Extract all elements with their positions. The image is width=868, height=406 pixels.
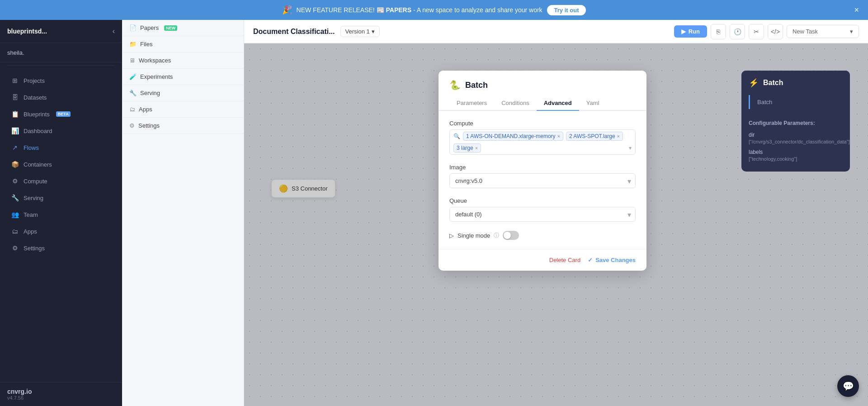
queue-select[interactable]: default (0) [449, 207, 636, 222]
files-sidebar: 📄 Papers NEW 📁 Files 🖥 Workspaces 🧪 Expe… [122, 20, 244, 406]
version-chevron-icon: ▾ [372, 28, 375, 35]
sidebar-collapse-button[interactable]: ‹ [113, 27, 115, 35]
queue-label: Queue [449, 197, 636, 204]
sidebar-item-containers[interactable]: 📦 Containers [4, 156, 118, 172]
files-serving-icon: 🔧 [129, 90, 137, 96]
queue-select-wrapper: default (0) ▾ [449, 207, 636, 222]
run-button[interactable]: ▶ Run [674, 25, 707, 38]
sidebar-footer: cnvrg.io v4.7.56 [0, 382, 122, 406]
queue-group: Queue default (0) ▾ [449, 197, 636, 222]
version-select[interactable]: Version 1 ▾ [340, 26, 380, 37]
configurable-params: Configurable Parameters: dir ["/cnvrg/s3… [741, 115, 850, 172]
save-changes-button[interactable]: ✓ Save Changes [588, 257, 636, 263]
settings-icon: ⚙ [11, 244, 19, 252]
team-label: Team [24, 211, 38, 218]
compute-tag-2-close[interactable]: × [617, 134, 620, 139]
papers-link[interactable]: PAPERS [386, 6, 412, 14]
compute-tag-3[interactable]: 3 large × [453, 143, 481, 153]
tab-advanced[interactable]: Advanced [537, 96, 579, 111]
history-button[interactable]: 🕐 [730, 24, 745, 39]
copy-button[interactable]: ⎘ [711, 24, 726, 39]
compute-tag-1-label: 1 AWS-ON-DEMAND.xlarge-memory [466, 133, 556, 139]
sidebar-item-team[interactable]: 👥 Team [4, 206, 118, 223]
image-select[interactable]: cnvrg:v5.0 [449, 173, 636, 188]
new-task-placeholder: New Task [793, 28, 818, 35]
tab-yaml[interactable]: Yaml [579, 96, 607, 111]
files-item-files[interactable]: 📁 Files [122, 36, 244, 53]
flows-icon: ↗ [11, 144, 19, 151]
sidebar-item-settings[interactable]: ⚙ Settings [4, 240, 118, 256]
sidebar-item-blueprints[interactable]: 📋 Blueprints BETA [4, 106, 118, 122]
files-item-papers[interactable]: 📄 Papers NEW [122, 20, 244, 36]
blueprints-label: Blueprints [24, 111, 50, 118]
experiments-icon: 🧪 [129, 73, 137, 80]
flows-label: Flows [24, 144, 39, 151]
compute-tag-1[interactable]: 1 AWS-ON-DEMAND.xlarge-memory × [463, 132, 563, 141]
chat-bubble-icon: 💬 [843, 381, 854, 392]
delete-card-button[interactable]: Delete Card [549, 257, 580, 263]
copy-icon: ⎘ [717, 28, 720, 35]
modal-tabs: Parameters Conditions Advanced Yaml [439, 91, 646, 111]
param-labels-key: labels [749, 149, 843, 155]
compute-tag-1-close[interactable]: × [557, 134, 560, 139]
modal-footer: Delete Card ✓ Save Changes [439, 249, 646, 271]
tab-conditions[interactable]: Conditions [494, 96, 536, 111]
apps-label: Apps [24, 228, 37, 235]
compute-tag-2[interactable]: 2 AWS-SPOT.large × [566, 132, 623, 141]
files-item-workspaces[interactable]: 🖥 Workspaces [122, 53, 244, 69]
files-item-serving[interactable]: 🔧 Serving [122, 85, 244, 101]
dashboard-label: Dashboard [24, 128, 52, 134]
tab-parameters[interactable]: Parameters [449, 96, 494, 111]
papers-item-label: Papers [140, 24, 159, 31]
edit-button[interactable]: ✂ [749, 24, 764, 39]
batch-panel-title: Batch [763, 79, 783, 87]
compute-dropdown-arrow-icon: ▾ [629, 145, 632, 151]
sidebar-header: blueprintsd... ‹ [0, 20, 122, 43]
new-badge: NEW [164, 25, 177, 31]
datasets-icon: 🗄 [11, 94, 19, 101]
files-serving-label: Serving [140, 90, 160, 96]
single-mode-play-icon: ▷ [449, 232, 454, 239]
param-dir-value: ["/cnvrg/s3_connector/dc_classification_… [749, 139, 843, 144]
sidebar-item-compute[interactable]: ⚙ Compute [4, 173, 118, 189]
compute-tag-2-label: 2 AWS-SPOT.large [569, 133, 615, 139]
modal-title: Batch [465, 81, 488, 90]
banner-main-text: NEW FEATURE RELEASE! [297, 6, 375, 14]
top-banner: 🎉 NEW FEATURE RELEASE! 📰 PAPERS - A new … [0, 0, 868, 20]
sidebar-item-serving[interactable]: 🔧 Serving [4, 190, 118, 206]
workspaces-label: Workspaces [139, 57, 171, 64]
compute-group: Compute 🔍 1 AWS-ON-DEMAND.xlarge-memory … [449, 120, 636, 155]
files-item-settings[interactable]: ⚙ Settings [122, 118, 244, 134]
files-settings-icon: ⚙ [129, 122, 135, 129]
blueprints-icon: 📋 [11, 110, 19, 118]
version-label-text: Version 1 [345, 28, 370, 35]
single-mode-toggle[interactable] [503, 231, 519, 240]
workspaces-icon: 🖥 [129, 57, 135, 64]
header-actions: ▶ Run ⎘ 🕐 ✂ </> [674, 24, 859, 39]
chat-bubble-button[interactable]: 💬 [837, 375, 859, 397]
experiments-label: Experiments [140, 73, 173, 80]
settings-label: Settings [24, 245, 45, 252]
try-it-button[interactable]: Try it out [547, 5, 586, 15]
compute-input[interactable]: 🔍 1 AWS-ON-DEMAND.xlarge-memory × 2 AWS-… [449, 129, 636, 155]
files-item-apps[interactable]: 🗂 Apps [122, 101, 244, 118]
sidebar-user: sheila. [0, 43, 122, 62]
files-item-experiments[interactable]: 🧪 Experiments [122, 69, 244, 85]
banner-close-button[interactable]: × [854, 5, 859, 15]
sidebar-item-apps[interactable]: 🗂 Apps [4, 223, 118, 239]
dashboard-icon: 📊 [11, 127, 19, 134]
sidebar-item-projects[interactable]: ⊞ Projects [4, 72, 118, 89]
help-icon[interactable]: ⓘ [494, 232, 499, 239]
history-icon: 🕐 [734, 28, 741, 35]
compute-tag-3-close[interactable]: × [475, 145, 478, 151]
sidebar-item-flows[interactable]: ↗ Flows [4, 139, 118, 156]
sidebar-item-datasets[interactable]: 🗄 Datasets [4, 89, 118, 105]
code-icon: </> [771, 28, 780, 35]
papers-item-icon: 📄 [129, 24, 137, 31]
sidebar-item-dashboard[interactable]: 📊 Dashboard [4, 123, 118, 139]
single-mode-label: Single mode [458, 232, 490, 239]
username-label: sheila. [7, 49, 24, 56]
banner-text: NEW FEATURE RELEASE! 📰 PAPERS - A new sp… [297, 6, 542, 14]
new-task-select[interactable]: New Task ▾ [787, 25, 859, 38]
code-button[interactable]: </> [768, 24, 783, 39]
